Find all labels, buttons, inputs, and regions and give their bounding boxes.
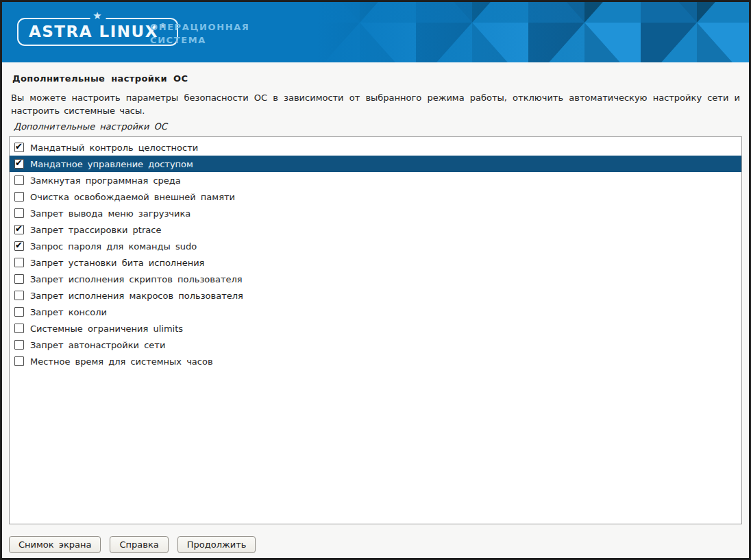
- help-button[interactable]: Справка: [110, 536, 168, 553]
- list-item[interactable]: ✔ Системные ограничения ulimits: [10, 320, 741, 337]
- list-item[interactable]: ✔ Мандатный контроль целостности: [10, 139, 741, 156]
- list-item[interactable]: ✔ Запрет исполнения макросов пользовател…: [10, 287, 741, 304]
- checkbox[interactable]: ✔: [14, 143, 24, 152]
- list-item[interactable]: ✔ Запрет трассировки ptrace: [10, 221, 741, 238]
- checkbox[interactable]: ✔: [14, 274, 24, 284]
- options-list: ✔ Мандатный контроль целостности ✔ Манда…: [9, 136, 742, 524]
- list-item-label: Местное время для системных часов: [30, 356, 213, 367]
- checkbox[interactable]: ✔: [14, 324, 24, 333]
- checkbox[interactable]: ✔: [14, 159, 24, 169]
- list-item-label: Запрет установки бита исполнения: [30, 258, 204, 268]
- list-item-label: Запрет автонастройки сети: [30, 340, 165, 350]
- checkbox[interactable]: ✔: [14, 291, 24, 300]
- list-item[interactable]: ✔ Запрет автонастройки сети: [10, 337, 741, 353]
- checkbox[interactable]: ✔: [14, 258, 24, 267]
- page-description: Вы можете настроить параметры безопаснос…: [11, 91, 740, 117]
- checkbox[interactable]: ✔: [14, 241, 24, 251]
- page-title: Дополнительные настройки ОС: [12, 73, 739, 84]
- checkmark-icon: ✔: [15, 240, 23, 251]
- list-item[interactable]: ✔ Местное время для системных часов: [10, 353, 741, 369]
- brand-line-1: ОПЕРАЦИОННАЯ: [150, 21, 249, 34]
- checkbox[interactable]: ✔: [14, 225, 24, 234]
- logo-text: ASTRA LINUX: [29, 23, 158, 40]
- checkbox[interactable]: ✔: [14, 307, 24, 317]
- checkmark-icon: ✔: [15, 223, 23, 234]
- header-banner: ★ ASTRA LINUX® ОПЕРАЦИОННАЯ СИСТЕМА: [2, 2, 749, 62]
- list-item[interactable]: ✔ Мандатное управление доступом: [10, 156, 741, 172]
- list-item-label: Запрос пароля для команды sudo: [30, 241, 197, 252]
- screenshot-button[interactable]: Снимок экрана: [9, 536, 101, 553]
- list-item-label: Очистка освобождаемой внешней памяти: [30, 192, 235, 202]
- checkmark-icon: ✔: [15, 158, 23, 169]
- list-item-label: Запрет исполнения скриптов пользователя: [30, 274, 243, 284]
- list-item-label: Системные ограничения ulimits: [30, 324, 183, 334]
- continue-button[interactable]: Продолжить: [177, 536, 256, 553]
- list-item[interactable]: ✔ Запрос пароля для команды sudo: [10, 238, 741, 254]
- list-item-label: Замкнутая программная среда: [30, 175, 181, 186]
- checkmark-icon: ✔: [15, 141, 23, 152]
- main-content: Дополнительные настройки ОС Вы можете на…: [2, 73, 749, 524]
- footer-bar: Снимок экрана Справка Продолжить: [2, 531, 749, 558]
- brand-line-2: СИСТЕМА: [150, 34, 249, 47]
- list-item-label: Запрет трассировки ptrace: [30, 225, 161, 235]
- brand-caption: ОПЕРАЦИОННАЯ СИСТЕМА: [150, 21, 249, 47]
- installer-window: ★ ASTRA LINUX® ОПЕРАЦИОННАЯ СИСТЕМА Допо…: [0, 0, 751, 560]
- checkbox[interactable]: ✔: [14, 340, 24, 350]
- list-item-label: Мандатное управление доступом: [30, 159, 193, 169]
- list-item-label: Запрет вывода меню загрузчика: [30, 208, 190, 219]
- list-item[interactable]: ✔ Запрет консоли: [10, 304, 741, 320]
- list-item[interactable]: ✔ Очистка освобождаемой внешней памяти: [10, 188, 741, 205]
- checkbox[interactable]: ✔: [14, 208, 24, 218]
- list-item-label: Запрет консоли: [30, 307, 107, 317]
- checkbox[interactable]: ✔: [14, 175, 24, 185]
- list-item[interactable]: ✔ Замкнутая программная среда: [10, 172, 741, 188]
- list-item-label: Мандатный контроль целостности: [30, 143, 198, 153]
- checkbox[interactable]: ✔: [14, 356, 24, 366]
- page-subtitle: Дополнительные настройки ОС: [14, 121, 740, 132]
- star-icon: ★: [90, 10, 106, 21]
- list-item[interactable]: ✔ Запрет установки бита исполнения: [10, 254, 741, 271]
- checkbox[interactable]: ✔: [14, 192, 24, 202]
- list-item-label: Запрет исполнения макросов пользователя: [30, 291, 243, 301]
- list-item[interactable]: ✔ Запрет вывода меню загрузчика: [10, 205, 741, 221]
- list-item[interactable]: ✔ Запрет исполнения скриптов пользовател…: [10, 271, 741, 287]
